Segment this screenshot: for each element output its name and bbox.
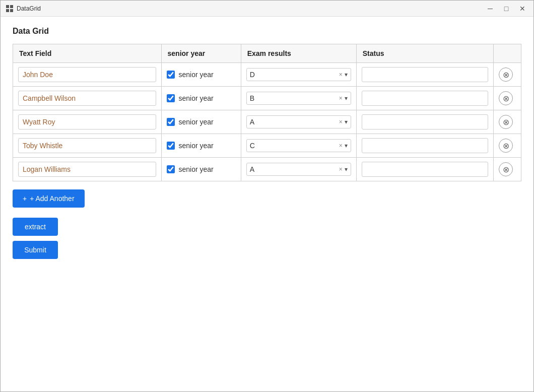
senior-year-label-3: senior year [179,142,214,150]
header-senior-year: senior year [161,44,241,63]
delete-button-3[interactable]: ⊗ [499,139,513,153]
status-input-0[interactable] [362,67,489,82]
exam-select-value-0: D [250,71,337,79]
delete-button-0[interactable]: ⊗ [499,68,513,82]
bottom-actions: extract Submit [13,218,521,259]
senior-year-checkbox-3[interactable] [167,142,175,150]
title-bar: DataGrid ─ □ ✕ [1,1,533,17]
window-controls: ─ □ ✕ [484,4,528,14]
exam-arrow-icon-2[interactable]: ▾ [345,118,348,125]
text-field-input-0[interactable] [18,67,156,82]
app-window: DataGrid ─ □ ✕ Data Grid Text Field seni… [0,0,534,392]
text-field-input-2[interactable] [18,114,156,129]
delete-button-1[interactable]: ⊗ [499,91,513,105]
exam-clear-icon-0[interactable]: × [339,71,343,78]
add-another-button[interactable]: + + Add Another [13,189,85,208]
delete-icon-2: ⊗ [503,117,509,127]
add-icon: + [23,194,27,203]
cell-exam-2: A × ▾ [241,110,356,134]
minimize-button[interactable]: ─ [484,4,496,14]
cell-senior-year-1: senior year [161,87,241,110]
senior-year-checkbox-1[interactable] [167,94,175,102]
maximize-button[interactable]: □ [500,4,512,14]
extract-button[interactable]: extract [13,218,58,236]
cell-senior-year-2: senior year [161,110,241,134]
exam-select-wrapper-1[interactable]: B × ▾ [246,92,351,105]
senior-year-label-2: senior year [179,118,214,126]
table-row: senior year C × ▾ ⊗ [13,134,521,158]
exam-select-wrapper-2[interactable]: A × ▾ [246,115,351,128]
exam-select-value-3: C [250,142,337,150]
cell-exam-3: C × ▾ [241,134,356,158]
exam-select-value-1: B [250,94,337,102]
header-exam-results: Exam results [241,44,356,63]
senior-year-checkbox-4[interactable] [167,165,175,173]
cell-exam-1: B × ▾ [241,87,356,110]
exam-arrow-icon-4[interactable]: ▾ [345,166,348,173]
cell-text-field-3 [13,134,162,158]
header-text-field: Text Field [13,44,162,63]
close-button[interactable]: ✕ [516,4,528,14]
table-row: senior year A × ▾ ⊗ [13,158,521,181]
status-input-2[interactable] [362,114,489,129]
senior-year-label-0: senior year [179,71,214,79]
cell-senior-year-3: senior year [161,134,241,158]
delete-icon-1: ⊗ [503,94,509,103]
action-row: + + Add Another [13,189,521,208]
cell-status-4 [356,158,494,181]
delete-button-2[interactable]: ⊗ [499,115,513,129]
exam-select-wrapper-0[interactable]: D × ▾ [246,68,351,81]
table-header-row: Text Field senior year Exam results Stat… [13,44,521,63]
text-field-input-3[interactable] [18,138,156,153]
status-input-3[interactable] [362,138,489,153]
exam-select-value-4: A [250,165,337,173]
exam-arrow-icon-1[interactable]: ▾ [345,95,348,102]
senior-year-checkbox-2[interactable] [167,118,175,126]
delete-icon-4: ⊗ [503,165,509,174]
title-bar-left: DataGrid [6,5,41,13]
delete-icon-0: ⊗ [503,70,509,80]
cell-status-3 [356,134,494,158]
exam-select-wrapper-3[interactable]: C × ▾ [246,139,351,152]
header-status: Status [356,44,494,63]
exam-clear-icon-4[interactable]: × [339,166,343,173]
submit-button[interactable]: Submit [13,241,58,259]
svg-rect-1 [10,5,13,8]
exam-select-value-2: A [250,118,337,126]
table-row: senior year B × ▾ ⊗ [13,87,521,110]
page-title: Data Grid [13,27,521,36]
cell-exam-4: A × ▾ [241,158,356,181]
cell-text-field-0 [13,63,162,87]
cell-action-4: ⊗ [494,158,521,181]
text-field-input-4[interactable] [18,162,156,177]
delete-button-4[interactable]: ⊗ [499,162,513,176]
exam-clear-icon-3[interactable]: × [339,142,343,149]
text-field-input-1[interactable] [18,91,156,106]
exam-arrow-icon-3[interactable]: ▾ [345,142,348,149]
senior-year-label-1: senior year [179,94,214,102]
status-input-1[interactable] [362,91,489,106]
cell-text-field-2 [13,110,162,134]
svg-rect-2 [6,9,9,12]
app-icon [6,5,14,13]
exam-arrow-icon-0[interactable]: ▾ [345,71,348,78]
data-grid-table: Text Field senior year Exam results Stat… [13,44,521,181]
cell-status-1 [356,87,494,110]
cell-senior-year-0: senior year [161,63,241,87]
cell-action-0: ⊗ [494,63,521,87]
senior-year-checkbox-0[interactable] [167,71,175,79]
exam-clear-icon-2[interactable]: × [339,118,343,125]
cell-text-field-1 [13,87,162,110]
status-input-4[interactable] [362,162,489,177]
exam-clear-icon-1[interactable]: × [339,95,343,102]
senior-year-label-4: senior year [179,165,214,173]
cell-action-1: ⊗ [494,87,521,110]
window-content: Data Grid Text Field senior year Exam re… [1,17,533,391]
cell-exam-0: D × ▾ [241,63,356,87]
cell-status-2 [356,110,494,134]
app-title: DataGrid [17,5,41,12]
exam-select-wrapper-4[interactable]: A × ▾ [246,163,351,176]
header-action [494,44,521,63]
add-another-label: + Add Another [30,194,74,203]
svg-rect-0 [6,5,9,8]
